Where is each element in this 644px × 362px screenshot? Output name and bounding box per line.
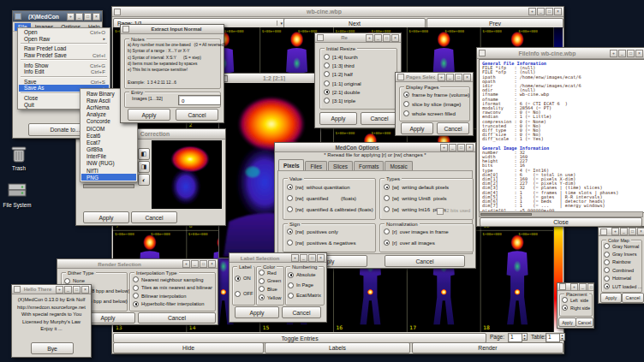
viewer-titlebar[interactable]: wb-cine.wbp +_□× — [112, 7, 564, 17]
close-button-icon[interactable]: × — [81, 286, 89, 294]
medcon-titlebar[interactable]: (X)MedCon +_□× — [13, 11, 102, 22]
tab-formats[interactable]: Formats — [354, 161, 384, 170]
cancel-button[interactable]: Cancel — [138, 312, 216, 323]
radio-option-w-writing-default-pixels[interactable]: [w] writing default pixels — [384, 181, 472, 193]
cancel-button[interactable]: Cancel — [282, 306, 321, 318]
label-titlebar[interactable]: Label Selection +_□× — [230, 253, 326, 263]
close-button-icon[interactable]: × — [391, 34, 399, 42]
close-button-icon[interactable]: × — [317, 254, 325, 262]
maximize-button-icon[interactable]: □ — [587, 283, 593, 291]
minimize-button-icon[interactable]: _ — [446, 74, 454, 81]
table-spinner[interactable]: 1 ▲▼ — [546, 333, 565, 342]
tab-mosaic[interactable]: Mosaic — [385, 161, 412, 170]
cancel-button[interactable]: Cancel — [385, 255, 465, 267]
apply-button[interactable]: Apply — [558, 317, 576, 327]
radio-option-gray-normal[interactable]: Gray Normal — [604, 242, 641, 250]
fileinfo-titlebar[interactable]: FileInfo wb-cine.wbp +_□× — [477, 48, 644, 59]
cancel-button[interactable]: Cancel — [622, 293, 644, 303]
radio-option-1-2-half[interactable]: [1:2] half — [324, 70, 395, 79]
menu-item-info-show[interactable]: Info ShowCtrl+G — [19, 62, 109, 68]
close-button-icon[interactable]: × — [208, 260, 216, 268]
radio-option-lut-loaded[interactable]: LUT loaded ... — [604, 282, 641, 290]
radio-option-hotmetal[interactable]: Hotmetal — [604, 275, 641, 282]
tab-pixels[interactable]: Pixels — [278, 159, 304, 170]
bye-button[interactable]: Bye — [31, 342, 74, 354]
shade-button-icon[interactable]: + — [440, 144, 448, 151]
shade-button-icon[interactable]: + — [610, 50, 617, 57]
radio-option-absolute[interactable]: Absolute — [288, 270, 324, 280]
menu-item-raw-predef-save[interactable]: Raw Predef SaveCtrl+I — [19, 52, 109, 59]
maximize-button-icon[interactable]: □ — [200, 260, 207, 268]
radio-option-right-side[interactable]: Right side — [562, 304, 592, 312]
submenu-item-nifti[interactable]: NIfTI — [81, 167, 136, 174]
shade-button-icon[interactable]: + — [291, 254, 299, 262]
minimize-button-icon[interactable]: _ — [537, 8, 545, 15]
cancel-button[interactable]: Cancel — [176, 109, 218, 121]
menu-item-open[interactable]: OpenCtrl+O — [19, 29, 109, 36]
scrollbar-thumb[interactable] — [480, 213, 532, 216]
radio-option-in-page[interactable]: In Page — [288, 280, 324, 290]
radio-option-rw-without-quantitation[interactable]: [rw] without quantitation — [287, 181, 374, 193]
radio-option-frame-by-frame-volume[interactable]: frame by frame (volume) — [403, 90, 468, 99]
trash-icon[interactable] — [9, 144, 28, 164]
submenu-item-png[interactable]: PNG — [81, 174, 136, 181]
maximize-button-icon[interactable]: □ — [84, 13, 92, 21]
tab-files[interactable]: Files — [305, 161, 327, 170]
radio-option-3-1-triple[interactable]: [3:1] triple — [324, 96, 395, 104]
radio-option-ecat-matrix[interactable]: Ecat/Matrix — [288, 290, 324, 300]
shade-button-icon[interactable]: + — [67, 13, 75, 21]
close-button-icon[interactable]: × — [637, 228, 644, 235]
filesystem-icon[interactable] — [7, 180, 27, 200]
maximize-button-icon[interactable]: □ — [308, 254, 316, 262]
radio-option-blue[interactable]: Blue — [259, 285, 283, 294]
maximize-button-icon[interactable]: □ — [73, 286, 80, 294]
radio-option-rw-quantified-calibrated-floats[interactable]: [rw] quantified & calibrated (floats) — [287, 204, 374, 215]
extract-titlebar[interactable]: Extract Input Normal — [121, 25, 224, 34]
maximize-button-icon[interactable]: □ — [383, 34, 391, 42]
radio-option-rw-quantified-floats[interactable]: [rw] quantified (floats) — [287, 193, 374, 204]
bits-checkbox[interactable] — [437, 208, 444, 215]
maximize-button-icon[interactable]: □ — [627, 50, 635, 57]
close-button-icon[interactable]: × — [463, 74, 471, 81]
submenu-item-dicom[interactable]: DICOM — [81, 125, 136, 132]
render-titlebar[interactable]: Render Selection +_□× — [57, 259, 218, 269]
minimize-button-icon[interactable]: _ — [618, 50, 626, 57]
maximize-button-icon[interactable]: □ — [546, 8, 553, 15]
slider[interactable] — [83, 184, 134, 188]
radio-option-yellow[interactable]: Yellow — [259, 294, 283, 302]
cancel-button[interactable]: Cancel — [361, 112, 398, 125]
radio-option-on[interactable]: ON — [235, 270, 254, 286]
hello-titlebar[interactable]: Hello There +_□× — [12, 285, 91, 294]
radio-option-rw-positives-negatives[interactable]: [rw] positives & negatives — [287, 237, 374, 248]
radio-option-gray-invers[interactable]: Gray Invers — [604, 250, 641, 258]
radio-option-red[interactable]: Red — [259, 269, 283, 277]
apply-button[interactable]: Apply — [401, 122, 433, 134]
close-button-icon[interactable]: × — [554, 8, 562, 15]
apply-button[interactable]: Apply — [128, 109, 170, 121]
radio-option-off[interactable]: OFF — [235, 286, 254, 301]
radio-option-2-1-double[interactable]: [2:1] double — [324, 87, 395, 96]
menu-item-save[interactable]: SaveCtrl+S — [19, 79, 109, 86]
minimize-button-icon[interactable]: _ — [449, 144, 456, 151]
menu-item-info-edit[interactable]: Info EditCtrl+F — [19, 68, 109, 75]
radio-option-whole-screen-filled[interactable]: whole screen filled — [403, 109, 468, 118]
images-input[interactable]: 0 — [178, 95, 221, 105]
cancel-button[interactable]: Cancel — [437, 122, 469, 134]
brightness-tool-button[interactable]: ◨ — [138, 161, 150, 173]
radio-option-1-4-fourth[interactable]: [1:4] fourth — [324, 52, 395, 61]
shade-button-icon[interactable]: + — [438, 74, 445, 81]
minimize-button-icon[interactable]: _ — [191, 260, 199, 268]
close-button-icon[interactable]: × — [466, 144, 474, 151]
close-button[interactable]: Close — [480, 217, 642, 227]
shade-button-icon[interactable]: + — [366, 34, 373, 42]
apply-button[interactable]: Apply — [600, 293, 622, 303]
palette-titlebar[interactable]: Pale +_□× — [599, 228, 644, 236]
apply-button[interactable]: Apply — [319, 112, 357, 125]
submenu-item-inw-rug[interactable]: INW (RUG) — [81, 160, 136, 167]
submenu-item-ecat6[interactable]: Ecat6 — [81, 132, 136, 139]
maximize-button-icon[interactable]: □ — [457, 144, 465, 151]
spinner-arrows-icon[interactable]: ▲▼ — [522, 333, 528, 341]
radio-option-r-over-all-images[interactable]: [r] over all images — [384, 237, 472, 248]
render-button[interactable]: Render — [412, 342, 564, 353]
menu-item-raw-predef-load[interactable]: Raw Predef Load — [19, 45, 109, 52]
